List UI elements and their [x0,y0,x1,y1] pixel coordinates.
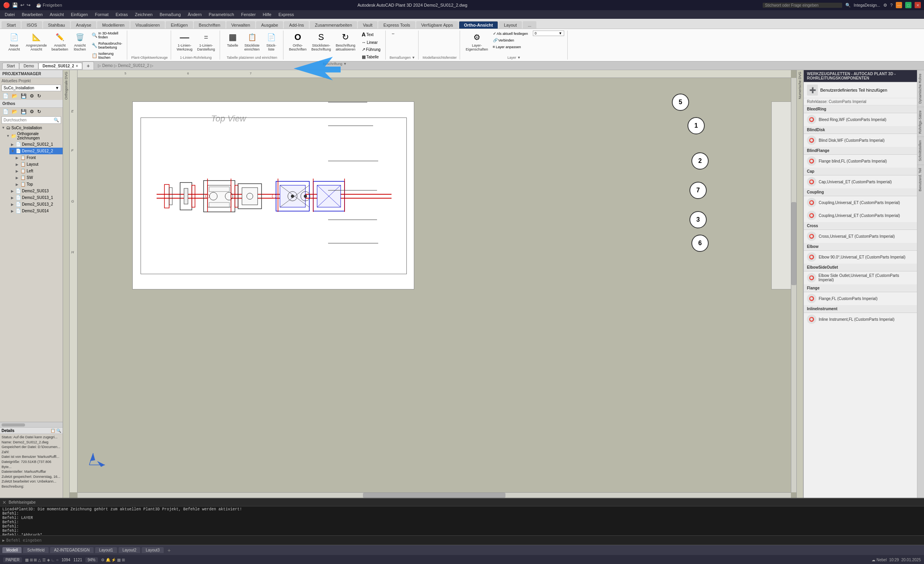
proj-toolbar-save[interactable]: 💾 [20,93,28,99]
tree-item-orth-zeich[interactable]: ▼ 📁 Orthogonale Zeichnungen [5,131,63,141]
menu-parametrisch[interactable]: Parametrisch [206,11,237,18]
btn-als-aktuell[interactable]: ✓ Als aktuell festlegen [491,31,530,36]
item-coupling-1[interactable]: ⭕ Coupling,Universal_ET (CustomParts Imp… [804,196,917,209]
menu-einfuegen[interactable]: Einfügen [68,11,91,18]
tab-modellieren[interactable]: Modellieren [97,21,130,29]
search-icon[interactable]: 🔍 [845,3,851,8]
btn-stuck-liste[interactable]: 📄 Stück-liste [263,31,280,52]
tree-item-sw[interactable]: ▶ 📋 SW [14,174,63,181]
add-layout-btn[interactable]: + [165,546,173,554]
numerische-dvg-label[interactable]: Numerische DVG [797,70,803,101]
bottom-tab-layout3[interactable]: Layout3 [142,547,164,553]
tab-einfuegen[interactable]: Einfügen [166,21,193,29]
category-bleedring[interactable]: BleedRing [804,105,917,113]
tree-item-su013-2[interactable]: ▶ 📄 Demo2_SU013_2 [9,201,63,208]
btn-in-3d-modell[interactable]: 🔍 In 3D-Modellfinden [90,31,124,40]
tree-scrollbar[interactable] [0,422,63,427]
search-button[interactable]: 🔍 [52,117,61,123]
btn-bemasssung-tools[interactable]: ↔ [390,31,397,36]
hscroll-thumb[interactable] [363,493,505,498]
tree-item-top[interactable]: ▶ 📋 Top [14,181,63,188]
orthos-open[interactable]: 📂 [11,108,19,115]
btn-1-linien-werkzeug[interactable]: — 1-Linien-Werkzeug [175,31,194,52]
canvas-vscroll[interactable] [791,78,796,492]
console-input[interactable] [6,538,922,542]
proj-toolbar-new[interactable]: 📄 [2,93,10,99]
canvas-hscroll[interactable] [78,492,791,498]
tab-verfugbare-apps[interactable]: Verfügbare Apps [416,21,458,29]
item-flange-fl[interactable]: ⭕ Flange,FL (CustomParts Imperial) [804,292,917,305]
btn-linear[interactable]: ↔ Linear [360,39,382,45]
menu-datei[interactable]: Datei [2,11,18,18]
menu-ansicht[interactable]: Ansicht [47,11,67,18]
layer-dropdown[interactable]: 0 ▼ [533,31,564,36]
tab-express-tools[interactable]: Express Tools [378,21,415,29]
active-project-dropdown[interactable]: SuCo_Installation ▼ [2,85,61,91]
menu-extras[interactable]: Extras [112,11,131,18]
tree-item-su014[interactable]: ▶ 📄 Demo2_SU014 [9,208,63,214]
category-flange[interactable]: Flange [804,284,917,292]
btn-stuckliste-einrichten[interactable]: 📋 Stücklisteeinrichten [243,31,261,52]
drawing-paper[interactable]: Top View [132,101,414,289]
item-cross-universal[interactable]: ⭕ Cross,Universal_ET (CustomParts Imperi… [804,230,917,243]
menu-hilfe[interactable]: Hilfe [260,11,274,18]
category-elbow-side-outlet[interactable]: ElbowSideOutlet [804,264,917,271]
btn-angrenzende-ansicht[interactable]: 📐 AngrenzendeAnsicht [24,31,49,52]
r-tab-benutzerdefiniert[interactable]: Benutzerd. Teil [917,164,924,194]
menu-zeichnen[interactable]: Zeichnen [132,11,155,18]
tree-item-front[interactable]: ▶ 📋 Front [14,154,63,161]
proj-toolbar-settings[interactable]: ⚙ [29,93,35,99]
item-bleed-ring-wf[interactable]: ⭕ Bleed Ring,WF (CustomParts Imperial) [804,113,917,126]
bottom-tab-integadesign[interactable]: A2-INTEGADESIGN [50,547,94,553]
quick-access-undo[interactable]: ↩ [20,2,24,8]
status-zoom[interactable]: 94% [85,557,98,562]
tab-demo[interactable]: Demo [19,63,38,69]
tab-addins[interactable]: Add-Ins [284,21,309,29]
tab-demo2-su012-2[interactable]: Demo2_SU012_2 × [38,63,82,69]
btn-tabelle[interactable]: ▦ Tabelle [224,31,241,49]
btn-beschriftung-aktualisieren[interactable]: ↻ Beschriftungaktualisieren [334,31,357,52]
category-cap[interactable]: Cap [804,168,917,175]
tree-item-left[interactable]: ▶ 📋 Left [14,168,63,174]
tab-verwalten[interactable]: Verwalten [226,21,255,29]
item-elbow-90[interactable]: ⭕ Elbow 90.0°,Universal_ET (CustomParts … [804,251,917,264]
tab-stahlbau[interactable]: Stahlbau [43,21,70,29]
console-close-btn[interactable]: ✕ [2,500,6,505]
minimize-button[interactable]: — [896,2,902,8]
item-elbow-side[interactable]: ⭕ Elbow Side Outlet,Universal_ET (Custom… [804,271,917,284]
btn-neue-ansicht[interactable]: 📄 NeueAnsicht [5,31,23,52]
tab-ausgabe[interactable]: Ausgabe [256,21,283,29]
tab-beschriften[interactable]: Beschriften [194,21,226,29]
menu-fenster[interactable]: Fenster [238,11,259,18]
menu-express[interactable]: Express [275,11,297,18]
tree-item-demo1[interactable]: ▶ 📄 Demo2_SU012_1 [9,141,63,148]
orthos-refresh[interactable]: ↻ [36,108,42,115]
proj-toolbar-open[interactable]: 📂 [11,93,19,99]
btn-rohausbruchs[interactable]: 🔧 Rohausbruchs-bearbeitung [90,41,124,50]
orthos-save[interactable]: 💾 [20,108,28,115]
status-grid[interactable]: 1121 [73,558,82,562]
tree-item-su013[interactable]: ▶ 📄 Demo2_SU013 [9,188,63,194]
orthos-new[interactable]: 📄 [2,108,10,115]
tree-item-layout[interactable]: ▶ 📋 Layout [14,161,63,168]
bottom-tab-layout1[interactable]: Layout1 [95,547,117,553]
tab-add-new[interactable]: + [82,61,94,70]
tree-item-suco[interactable]: ▼ 🗂 SuCo_Installation [0,125,63,131]
btn-layer-eigenschaften[interactable]: ⚙ Layer-Eigenschaften [464,31,489,52]
btn-stucklisten-beschriftung[interactable]: S Stücklisten-Beschriftung [310,31,332,52]
tree-item-su013-1[interactable]: ▶ 📄 Demo2_SU013_1 [9,194,63,201]
category-blindflange[interactable]: BlindFlange [804,147,917,155]
btn-layer-anpassen[interactable]: ≡ Layer anpassen [491,44,530,50]
maximize-button[interactable]: □ [905,2,911,8]
r-tab-schnittstellen[interactable]: Schnittstellen [917,137,924,164]
tab-demo2-close[interactable]: × [76,64,78,68]
close-button[interactable]: ✕ [915,2,921,8]
menu-bemasssung[interactable]: Bemaßung [157,11,184,18]
btn-isolierung[interactable]: 📋 Isolierunglöschen [90,51,124,60]
item-cap-universal[interactable]: ⭕ Cap,Universal_ET (CustomParts Imperial… [804,175,917,188]
status-papier[interactable]: PAPIER [3,557,22,562]
btn-ansicht-loschen[interactable]: 🗑️ Ansichtlöschen [71,31,88,52]
btn-fuhrung[interactable]: ↗ Führung [360,46,382,53]
tab-start-doc[interactable]: Start [2,63,19,69]
status-snap[interactable]: 1094 [61,558,70,562]
